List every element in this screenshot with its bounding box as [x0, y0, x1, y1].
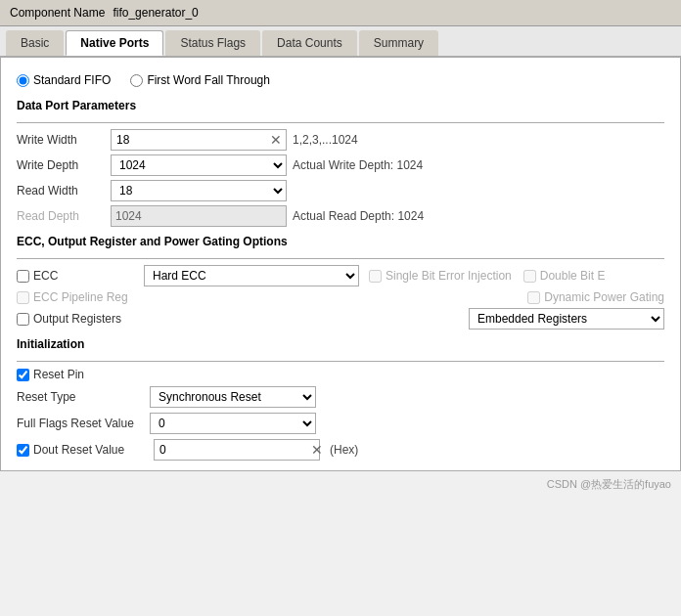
init-section: Initialization Reset Pin Reset Type Sync… — [17, 337, 664, 461]
write-width-input[interactable] — [114, 130, 268, 150]
radio-fwft-label: First Word Fall Through — [147, 73, 270, 87]
reset-pin-row: Reset Pin — [17, 368, 664, 381]
tab-data-counts[interactable]: Data Counts — [262, 30, 357, 56]
tabs-bar: Basic Native Ports Status Flags Data Cou… — [0, 26, 681, 58]
write-width-label: Write Width — [17, 133, 105, 147]
ecc-pipeline-checkbox — [17, 291, 29, 304]
data-port-divider — [17, 122, 664, 123]
main-container: Component Name fifo_generator_0 Basic Na… — [0, 0, 681, 616]
component-name-bar: Component Name fifo_generator_0 — [0, 0, 681, 26]
single-bit-text: Single Bit Error Injection — [386, 269, 512, 283]
full-flags-label: Full Flags Reset Value — [17, 417, 144, 430]
ecc-row1: ECC Hard ECC Soft ECC Single Bit Error I… — [17, 265, 664, 286]
watermark: CSDN @热爱生活的fuyao — [0, 471, 681, 498]
dout-reset-input-wrapper: ✕ — [154, 439, 320, 461]
write-width-row: Write Width ✕ 1,2,3,...1024 — [17, 129, 664, 151]
dynamic-power-checkbox — [527, 291, 540, 304]
ecc-section: ECC, Output Register and Power Gating Op… — [17, 235, 664, 330]
ecc-pipeline-label: ECC Pipeline Reg — [17, 290, 134, 304]
output-reg-row: Output Registers Embedded Registers No E… — [17, 308, 664, 330]
dynamic-power-label: Dynamic Power Gating — [527, 290, 664, 304]
reset-type-select[interactable]: Synchronous Reset Asynchronous Reset — [150, 386, 316, 408]
ecc-mode-select[interactable]: Hard ECC Soft ECC — [144, 265, 359, 286]
tab-basic[interactable]: Basic — [6, 30, 64, 56]
read-depth-row: Read Depth 1024 Actual Read Depth: 1024 — [17, 205, 664, 227]
radio-standard-fifo-label: Standard FIFO — [33, 73, 111, 87]
data-port-title: Data Port Parameters — [17, 99, 664, 114]
radio-standard-fifo[interactable]: Standard FIFO — [17, 73, 111, 87]
output-reg-text: Output Registers — [33, 312, 121, 326]
write-depth-row: Write Depth 1024 Actual Write Depth: 102… — [17, 154, 664, 176]
dynamic-power-text: Dynamic Power Gating — [544, 290, 664, 304]
ecc-label-text: ECC — [33, 269, 58, 283]
ecc-checkbox-label[interactable]: ECC — [17, 269, 134, 283]
reset-type-label: Reset Type — [17, 390, 144, 404]
radio-fwft[interactable]: First Word Fall Through — [130, 73, 270, 87]
data-port-section: Data Port Parameters Write Width ✕ 1,2,3… — [17, 99, 664, 227]
write-depth-select[interactable]: 1024 — [111, 154, 287, 176]
init-divider — [17, 361, 664, 362]
radio-standard-fifo-input[interactable] — [17, 74, 29, 87]
read-depth-hint: Actual Read Depth: 1024 — [293, 209, 664, 223]
ecc-right-options: Single Bit Error Injection Double Bit E — [369, 269, 664, 283]
read-depth-label: Read Depth — [17, 209, 105, 223]
double-bit-label: Double Bit E — [523, 269, 606, 283]
output-reg-label[interactable]: Output Registers — [17, 312, 134, 326]
dynamic-power-wrapper: Dynamic Power Gating — [144, 290, 664, 304]
content-panel: Standard FIFO First Word Fall Through Da… — [0, 58, 681, 471]
double-bit-text: Double Bit E — [540, 269, 606, 283]
dout-reset-row: Dout Reset Value ✕ (Hex) — [17, 439, 664, 461]
single-bit-label: Single Bit Error Injection — [369, 269, 512, 283]
radio-fwft-input[interactable] — [130, 74, 143, 87]
ecc-title: ECC, Output Register and Power Gating Op… — [17, 235, 664, 250]
read-depth-field: 1024 — [111, 205, 287, 227]
reset-pin-label[interactable]: Reset Pin — [17, 368, 664, 381]
write-width-input-wrapper: ✕ — [111, 129, 287, 151]
output-reg-checkbox[interactable] — [17, 313, 29, 326]
read-width-label: Read Width — [17, 184, 105, 198]
init-title: Initialization — [17, 337, 664, 353]
single-bit-checkbox — [369, 270, 382, 283]
ecc-pipeline-text: ECC Pipeline Reg — [33, 290, 128, 304]
dout-reset-label[interactable]: Dout Reset Value — [17, 443, 144, 457]
full-flags-select[interactable]: 0 1 — [150, 413, 316, 434]
reset-pin-text: Reset Pin — [33, 368, 84, 381]
component-name-value: fifo_generator_0 — [113, 6, 198, 20]
dout-reset-hint: (Hex) — [330, 443, 358, 457]
dout-reset-clear-btn[interactable]: ✕ — [309, 443, 325, 457]
write-width-hint: 1,2,3,...1024 — [293, 133, 664, 147]
ecc-row2: ECC Pipeline Reg Dynamic Power Gating — [17, 290, 664, 304]
reset-pin-checkbox[interactable] — [17, 369, 29, 381]
tab-status-flags[interactable]: Status Flags — [165, 30, 260, 56]
embedded-reg-select[interactable]: Embedded Registers No Embedded Registers — [469, 308, 664, 330]
write-depth-label: Write Depth — [17, 158, 105, 172]
read-width-row: Read Width 18 — [17, 180, 664, 201]
tab-summary[interactable]: Summary — [359, 30, 438, 56]
tab-native-ports[interactable]: Native Ports — [66, 30, 163, 56]
ecc-divider — [17, 258, 664, 259]
fifo-type-row: Standard FIFO First Word Fall Through — [17, 73, 664, 87]
component-name-label: Component Name — [10, 6, 105, 20]
reset-type-row: Reset Type Synchronous Reset Asynchronou… — [17, 386, 664, 408]
embedded-reg-wrapper: Embedded Registers No Embedded Registers — [144, 308, 664, 330]
dout-reset-checkbox[interactable] — [17, 444, 29, 457]
ecc-checkbox[interactable] — [17, 270, 29, 283]
dout-reset-text: Dout Reset Value — [33, 443, 124, 457]
write-depth-hint: Actual Write Depth: 1024 — [293, 158, 664, 172]
dout-reset-input[interactable] — [157, 440, 309, 460]
write-width-clear-btn[interactable]: ✕ — [268, 133, 284, 147]
full-flags-row: Full Flags Reset Value 0 1 — [17, 413, 664, 434]
read-width-select[interactable]: 18 — [111, 180, 287, 201]
read-depth-value: 1024 — [115, 209, 142, 223]
double-bit-checkbox — [523, 270, 536, 283]
